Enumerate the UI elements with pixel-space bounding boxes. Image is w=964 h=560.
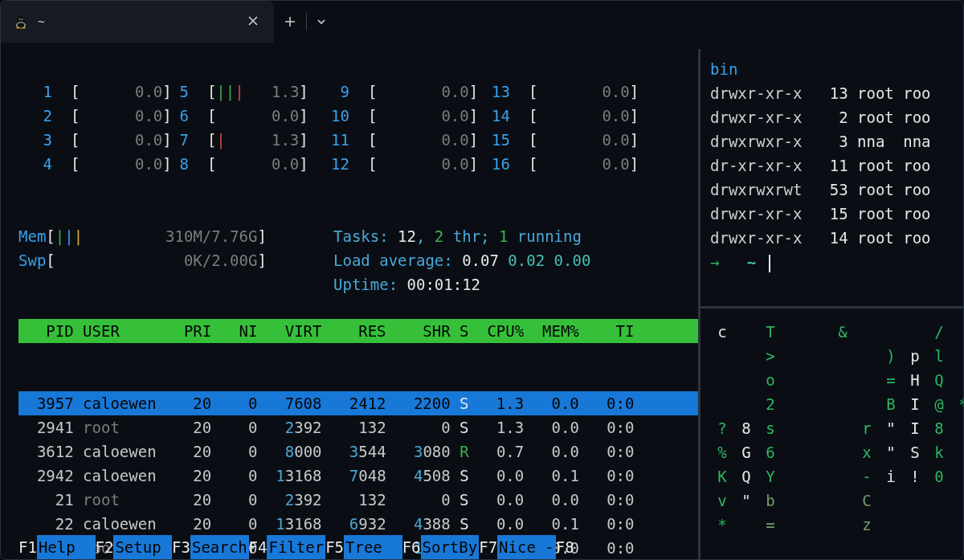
footer-key: F3 (172, 538, 190, 556)
cpu-meter-13: 13 [ 0.0] (476, 80, 637, 104)
cpu-meter-10: 10 [ 0.0] (316, 104, 476, 128)
panes: 1 [ 0.0] 2 [ 0.0] 3 [ 0.0] 4 [ 0.0] 5 [|… (1, 49, 963, 559)
footer-action-filter[interactable]: Filter (267, 535, 325, 559)
pane-ls[interactable]: bindrwxr-xr-x 13 root roodrwxr-xr-x 2 ro… (701, 49, 964, 306)
cpu-meter-column: 9 [ 0.0]10 [ 0.0]11 [ 0.0]12 [ 0.0] (316, 80, 476, 176)
matrix-row: %G6 x"Sk " (710, 440, 964, 464)
tabbar: ~ (1, 1, 963, 43)
plus-icon (284, 16, 296, 27)
cpu-meter-8: 8 [ 0.0] (155, 152, 316, 176)
pane-cmatrix[interactable]: c T & / ] > )pl 5 o =HQ BJ 2 BI@*NJ?8s r… (701, 309, 964, 559)
footer-action-search[interactable]: Search (190, 535, 249, 559)
process-row[interactable]: 21 root 20 0 2392 132 0 S 0.0 0.0 0:0 (18, 488, 698, 512)
cpu-meter-1: 1 [ 0.0] (18, 80, 155, 104)
footer-key: F6 (402, 538, 421, 556)
footer-help-bar[interactable]: F1Help F2Setup F3SearchF4FilterF5Tree F6… (18, 535, 698, 559)
footer-key: F4 (249, 538, 268, 556)
svg-point-7 (16, 27, 19, 28)
footer-key: F8 (556, 538, 574, 556)
footer-action-setup[interactable]: Setup (113, 535, 172, 559)
footer-action-sortby[interactable]: SortBy (421, 535, 480, 559)
ls-row: drwxr-xr-x 2 root roo (710, 105, 964, 129)
tab-dropdown-button[interactable] (307, 1, 336, 43)
footer-action-help[interactable]: Help (37, 535, 96, 559)
footer-key: F7 (479, 538, 497, 556)
process-table[interactable]: PID USER PRI NI VIRT RES SHR S CPU% MEM%… (18, 271, 698, 560)
ls-row: drwxr-xr-x 15 root roo (710, 202, 964, 226)
matrix-row: * = z # (710, 513, 964, 537)
summary-block: Tasks: 12, 2 thr; 1 runningLoad average:… (333, 224, 590, 296)
cpu-meter-5: 5 [||| 1.3] (155, 80, 316, 104)
meter-block: 1 [ 0.0] 2 [ 0.0] 3 [ 0.0] 4 [ 0.0] 5 [|… (18, 49, 698, 176)
ls-row: drwxr-xr-x 13 root roo (710, 81, 964, 105)
process-row[interactable]: 3957 caloewen 20 0 7608 2412 2200 S 1.3 … (18, 391, 698, 415)
mem-swp-block: Mem[||| 310M/7.76G]Swp[ 0K/2.00G] (18, 224, 267, 272)
cpu-meter-2: 2 [ 0.0] (18, 104, 155, 128)
cpu-meter-6: 6 [ 0.0] (155, 104, 316, 128)
cpu-meter-16: 16 [ 0.0] (476, 152, 637, 176)
footer-action-nice[interactable]: Nice - (497, 535, 556, 559)
footer-key: F5 (325, 538, 344, 556)
tab-active[interactable]: ~ (1, 1, 274, 43)
pane-right: bindrwxr-xr-x 13 root roodrwxr-xr-x 2 ro… (701, 49, 964, 559)
matrix-row: > )pl 5 (710, 344, 964, 368)
new-tab-button[interactable] (274, 1, 306, 43)
matrix-row: ?8s r"I8 i0 (710, 416, 964, 440)
svg-point-6 (22, 19, 22, 20)
ls-row: drwxrwxr-x 3 nna nna (710, 129, 964, 153)
cpu-meter-3: 3 [ 0.0] (18, 128, 155, 152)
matrix-row: c T & / ] (710, 320, 964, 344)
svg-point-5 (19, 19, 20, 20)
close-icon (248, 16, 258, 26)
process-header[interactable]: PID USER PRI NI VIRT RES SHR S CPU% MEM%… (18, 319, 698, 343)
cpu-meter-9: 9 [ 0.0] (316, 80, 476, 104)
matrix-row: o =HQ BJ (710, 368, 964, 392)
cpu-meter-4: 4 [ 0.0] (18, 152, 155, 176)
ls-row: dr-xr-xr-x 11 root roo (710, 153, 964, 178)
cpu-meter-7: 7 [| 1.3] (155, 128, 316, 152)
process-row[interactable]: 22 caloewen 20 0 13168 6932 4388 S 0.0 0… (18, 512, 698, 536)
cpu-meter-column: 13 [ 0.0]14 [ 0.0]15 [ 0.0]16 [ 0.0] (476, 80, 637, 176)
ls-row: drwxr-xr-x 14 root roo (710, 226, 964, 250)
tab-close-button[interactable] (243, 6, 263, 37)
ls-header: bin (710, 60, 737, 78)
process-row[interactable]: 3612 caloewen 20 0 8000 3544 3080 R 0.7 … (18, 439, 698, 464)
cpu-meter-column: 1 [ 0.0] 2 [ 0.0] 3 [ 0.0] 4 [ 0.0] (18, 80, 155, 176)
matrix-row: v"b C (710, 488, 964, 513)
cpu-meter-11: 11 [ 0.0] (316, 128, 476, 152)
footer-key: F1 (18, 538, 37, 556)
chevron-down-icon (317, 17, 326, 27)
cpu-meter-12: 12 [ 0.0] (316, 152, 476, 176)
tab-title: ~ (38, 10, 234, 34)
process-row[interactable]: 2942 caloewen 20 0 13168 7048 4508 S 0.0… (18, 464, 698, 488)
footer-action-tree[interactable]: Tree (344, 535, 402, 559)
cursor (769, 255, 770, 272)
svg-point-8 (22, 27, 26, 28)
tux-icon (14, 14, 28, 29)
footer-key: F2 (96, 538, 114, 556)
window-frame: ~ 1 [ 0.0] 2 [ 0.0] 3 [ 0.0] (0, 0, 964, 560)
process-row[interactable]: 2941 root 20 0 2392 132 0 S 1.3 0.0 0:0 (18, 415, 698, 439)
pane-htop[interactable]: 1 [ 0.0] 2 [ 0.0] 3 [ 0.0] 4 [ 0.0] 5 [|… (1, 49, 698, 559)
matrix-row: KQY -i!0 (710, 464, 964, 488)
matrix-row: 2 BI@*NJ (710, 392, 964, 416)
shell-prompt[interactable]: → ~ (710, 250, 964, 274)
cpu-meter-column: 5 [||| 1.3] 6 [ 0.0] 7 [| 1.3] 8 [ 0.0] (155, 80, 316, 176)
ls-row: drwxrwxrwt 53 root roo (710, 178, 964, 202)
cpu-meter-14: 14 [ 0.0] (476, 104, 637, 128)
cpu-meter-15: 15 [ 0.0] (476, 128, 637, 152)
